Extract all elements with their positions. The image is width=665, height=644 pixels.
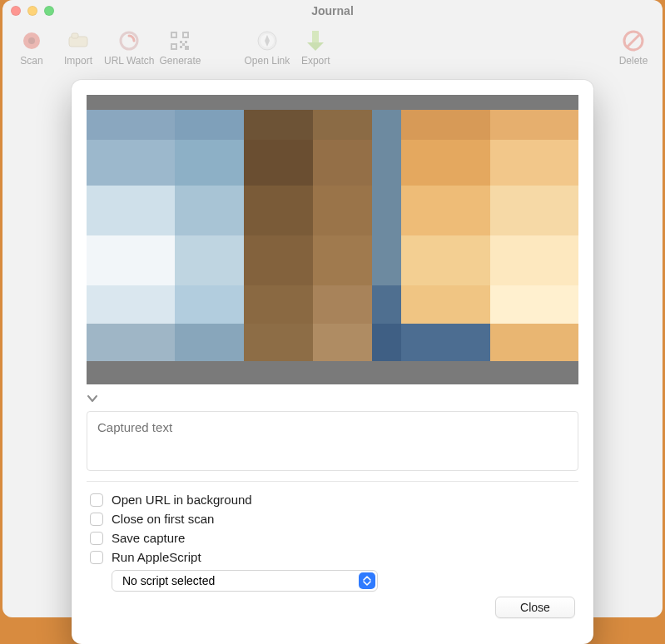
checkbox[interactable]	[90, 551, 103, 564]
options: Open URL in background Close on first sc…	[72, 490, 593, 567]
select-stepper-icon	[359, 572, 375, 589]
svg-rect-6	[172, 33, 176, 37]
option-label: Run AppleScript	[112, 550, 201, 564]
svg-rect-13	[182, 43, 185, 46]
option-run-applescript[interactable]: Run AppleScript	[90, 547, 575, 567]
option-save-capture[interactable]: Save capture	[90, 528, 575, 547]
toolbar-label: Delete	[619, 55, 648, 67]
option-label: Save capture	[112, 531, 185, 545]
option-close-on-first-scan[interactable]: Close on first scan	[90, 509, 575, 528]
divider	[87, 481, 578, 482]
toolbar-item-delete[interactable]: Delete	[613, 27, 654, 67]
close-button[interactable]: Close	[495, 597, 575, 618]
svg-rect-12	[185, 41, 187, 43]
svg-rect-8	[184, 33, 187, 37]
camera-preview	[87, 95, 578, 384]
toolbar-label: Generate	[159, 55, 201, 67]
option-label: Open URL in background	[112, 493, 252, 507]
captured-text-input[interactable]	[87, 411, 578, 471]
toolbar-label: Open Link	[245, 55, 290, 67]
option-open-url-background[interactable]: Open URL in background	[90, 490, 575, 509]
svg-rect-11	[180, 41, 182, 43]
toolbar-item-url-watch[interactable]: URL Watch	[104, 27, 154, 67]
svg-rect-15	[185, 46, 189, 50]
toolbar-label: URL Watch	[104, 55, 154, 67]
toolbar-item-export[interactable]: Export	[295, 27, 336, 67]
titlebar: Journal	[2, 0, 663, 22]
svg-line-20	[628, 35, 639, 47]
camera-image	[87, 110, 578, 361]
url-watch-icon	[115, 27, 143, 55]
toolbar-item-scan[interactable]: Scan	[11, 27, 52, 67]
compass-icon	[253, 27, 281, 55]
chevron-down-icon	[87, 393, 98, 404]
script-select-value: No script selected	[122, 574, 215, 587]
svg-rect-10	[172, 45, 176, 48]
toolbar-item-open-link[interactable]: Open Link	[245, 27, 290, 67]
disclosure-toggle[interactable]	[72, 388, 593, 411]
checkbox[interactable]	[90, 532, 103, 545]
toolbar-label: Import	[64, 55, 92, 67]
toolbar-label: Export	[301, 55, 330, 67]
svg-rect-18	[312, 31, 319, 42]
svg-rect-3	[72, 33, 78, 38]
toolbar-item-import[interactable]: Import	[57, 27, 99, 67]
svg-point-1	[28, 37, 35, 44]
scan-sheet: Open URL in background Close on first sc…	[72, 80, 593, 644]
toolbar-item-generate[interactable]: Generate	[159, 27, 201, 67]
toolbar-label: Scan	[20, 55, 42, 67]
export-icon	[301, 27, 330, 55]
scan-icon	[17, 27, 46, 55]
svg-rect-14	[180, 46, 182, 48]
option-label: Close on first scan	[112, 512, 214, 526]
import-icon	[64, 27, 92, 55]
toolbar: Scan Import URL Watch	[2, 22, 663, 70]
qr-icon	[166, 27, 194, 55]
delete-icon	[619, 27, 648, 55]
checkbox[interactable]	[90, 493, 103, 507]
script-select[interactable]: No script selected	[112, 570, 378, 592]
checkbox[interactable]	[90, 513, 103, 526]
window-title: Journal	[2, 4, 663, 17]
